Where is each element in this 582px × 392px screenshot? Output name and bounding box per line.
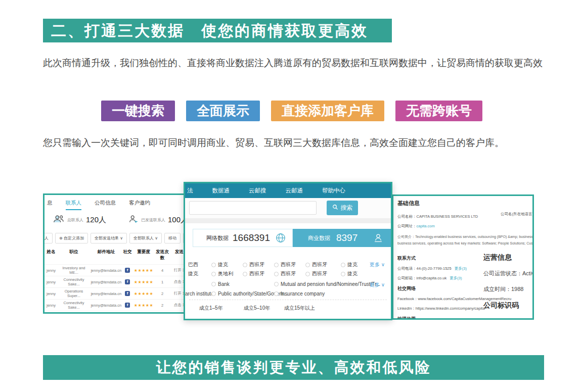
custom-add-button[interactable]: ⊕ 自定义添加 xyxy=(55,233,88,243)
filter-option[interactable]: 西班牙 xyxy=(243,261,264,268)
subtitle-paragraph: 您只需输入一次关键词，即可同时调用商业、贸易、互联网三大数据库信息，高效全面建立… xyxy=(43,136,559,150)
stat-sent-label: 已发送联系人 xyxy=(141,217,165,223)
cell-title: Operations Super... xyxy=(58,289,90,298)
facebook-icon[interactable]: f xyxy=(125,268,130,273)
checkbox-icon[interactable] xyxy=(211,272,216,276)
company-left-column: 联系方式 公司电话：44-(0)-20-7799-1525更多(3) 公司邮箱：… xyxy=(397,251,477,320)
checkbox-icon[interactable] xyxy=(274,263,279,267)
founded-year: 成立时间：1988 xyxy=(483,285,534,293)
checkbox-icon[interactable] xyxy=(211,263,216,267)
company-panel: 基础信息 公司名称：CAPITA BUSINESS SERVICES LTD 公… xyxy=(392,194,534,320)
web-data-count: 1668391 xyxy=(233,232,270,243)
filter-option[interactable]: 捷克 xyxy=(211,261,228,268)
filter-option[interactable]: 西班牙 xyxy=(243,270,264,277)
more-link[interactable]: 更多 ∨ xyxy=(370,281,385,288)
cell-title: Connectivity Sake... xyxy=(58,301,90,310)
facebook-icon[interactable]: f xyxy=(125,279,130,284)
checkbox-icon[interactable] xyxy=(341,272,345,276)
feature-badges: 一键搜索 全面展示 直接添加客户库 无需跨账号 xyxy=(101,101,482,121)
cell-email: jenny@tendata.cn xyxy=(90,280,122,284)
filter-option[interactable]: 西班牙 xyxy=(305,261,327,268)
table-row: jenny Connectivity Sake... jenny@tendata… xyxy=(44,299,189,311)
checkbox-icon[interactable] xyxy=(211,291,216,296)
tab-web-data[interactable]: 网络数据 1668391 xyxy=(193,229,293,247)
badge-no-account-switch: 无需跨账号 xyxy=(395,101,482,121)
cell-social: f xyxy=(122,279,132,284)
menu-item-cloud-mail[interactable]: 云邮通 xyxy=(286,187,303,194)
age-filter-1-5[interactable]: 成立1–5年 xyxy=(199,305,223,312)
description-line2: business services, operating across five… xyxy=(397,240,532,247)
search-button[interactable]: 搜索 xyxy=(327,201,358,215)
filter-option-label: Insurance company xyxy=(281,291,325,297)
filter-option[interactable]: Insurance company xyxy=(274,291,325,297)
menu-item-data[interactable]: 数据通 xyxy=(212,187,230,194)
company-website: 公司网址：capita.com xyxy=(397,224,532,229)
more-link[interactable]: 更多 ∨ xyxy=(370,261,385,268)
operations-title: 运营信息 xyxy=(483,253,534,262)
cell-title: Investory and ME... xyxy=(58,266,90,275)
filter-option[interactable]: 西班牙 xyxy=(274,261,296,268)
menu-item-cloud-mail-search[interactable]: 云邮搜 xyxy=(249,187,266,194)
linkedin-url[interactable]: LinkedIn：https://www.linkedin.com/compan… xyxy=(397,306,477,311)
checkbox-icon[interactable] xyxy=(243,263,247,267)
company-phone: 公司电话：44-(0)-20-7799-1525更多(3) xyxy=(397,266,477,271)
company-section-title: 基础信息 xyxy=(397,200,532,207)
col-email: 邮件地址 xyxy=(90,249,122,261)
checkbox-icon[interactable] xyxy=(341,263,345,267)
company-right-column: 运营信息 公司运营状态：Active 成立时间：1988 公司标识码 所在国ID… xyxy=(477,251,534,320)
filter-option[interactable]: 捷克 xyxy=(341,270,357,277)
filter-option-label: 捷克 xyxy=(218,261,228,268)
checkbox-icon[interactable] xyxy=(274,272,279,276)
tab-business-data[interactable]: 商业数据 8397 xyxy=(293,229,391,247)
filter-option-label: 捷克 xyxy=(347,261,357,268)
menu-item-partial[interactable]: 法 xyxy=(187,187,193,194)
table-row: jenny Operations Super... jenny@tendata.… xyxy=(44,287,189,299)
social-network-title: 社交网络 xyxy=(397,285,477,292)
menu-item-help-center[interactable]: 帮助中心 xyxy=(322,187,345,194)
company-description: 公司简介：Technology-enabled business service… xyxy=(397,233,532,247)
checkbox-icon[interactable] xyxy=(274,291,279,296)
filter-lead-label: arch institute xyxy=(185,291,214,297)
email-more-link[interactable]: 更多(3) xyxy=(450,276,462,280)
col-name: 姓名 xyxy=(44,249,58,261)
col-title: 职位 xyxy=(58,249,90,261)
checkbox-icon[interactable] xyxy=(305,272,310,276)
checkbox-icon[interactable] xyxy=(211,282,216,286)
search-input[interactable] xyxy=(189,201,317,215)
checkbox-icon[interactable] xyxy=(274,282,279,286)
filter-option[interactable]: 西班牙 xyxy=(274,270,296,277)
contact-filter[interactable]: 全部联系人 ∨ xyxy=(129,233,162,243)
move-button[interactable]: 移动 xyxy=(164,233,181,243)
filter-option-label: 西班牙 xyxy=(312,270,327,277)
dashed-divider xyxy=(189,300,387,300)
contacts-toolbar: 系人 ⊕ 自定义添加 全部发送结果 ∨ 全部联系人 ∨ 移动 删除 导出到 xyxy=(43,230,189,247)
facebook-url[interactable]: Facebook：www.facebook.com/CapitaCustomer… xyxy=(397,297,477,302)
tab-contacts[interactable]: 联系人 xyxy=(66,200,82,210)
send-result-filter[interactable]: 全部发送结果 ∨ xyxy=(91,233,127,243)
filter-option[interactable]: Bank xyxy=(211,281,230,287)
phone-more-link[interactable]: 更多(3) xyxy=(455,266,467,271)
website-link[interactable]: capita.com xyxy=(417,224,435,228)
filter-option[interactable]: 奥地利 xyxy=(211,270,233,277)
tab-partial[interactable]: 息 xyxy=(47,200,53,210)
filter-option[interactable]: 西班牙 xyxy=(305,270,327,277)
filter-option[interactable]: 捷克 xyxy=(341,261,357,268)
checkbox-icon[interactable] xyxy=(243,272,247,276)
company-local-name: 公司名(所在地语言)：CAPIT xyxy=(501,212,534,217)
star-rating: ★★★★★ xyxy=(132,268,155,273)
toolbar-partial-button[interactable]: 系人 xyxy=(43,233,53,243)
age-filter-5-10[interactable]: 成立5–10年 xyxy=(244,305,270,312)
filter-option[interactable]: Mutual and pension fund/Nominee/Trust/Tr… xyxy=(274,281,380,287)
divider-band xyxy=(185,218,391,223)
tab-company-info[interactable]: 公司信息 xyxy=(95,200,116,210)
facebook-icon[interactable]: f xyxy=(125,303,130,308)
age-filter-15plus[interactable]: 成立15年以上 xyxy=(284,305,315,312)
stat-total-value: 120人 xyxy=(86,215,106,225)
tab-customer-invite[interactable]: 客户邀约 xyxy=(129,200,150,210)
col-social: 社交 xyxy=(122,249,132,261)
company-columns: 联系方式 公司电话：44-(0)-20-7799-1525更多(3) 公司邮箱：… xyxy=(397,251,532,320)
description-line1: 公司简介：Technology-enabled business service… xyxy=(397,233,532,240)
table-row: jenny Connectivity Sake... jenny@tendata… xyxy=(44,276,189,287)
checkbox-icon[interactable] xyxy=(305,263,310,267)
facebook-icon[interactable]: f xyxy=(125,291,130,296)
